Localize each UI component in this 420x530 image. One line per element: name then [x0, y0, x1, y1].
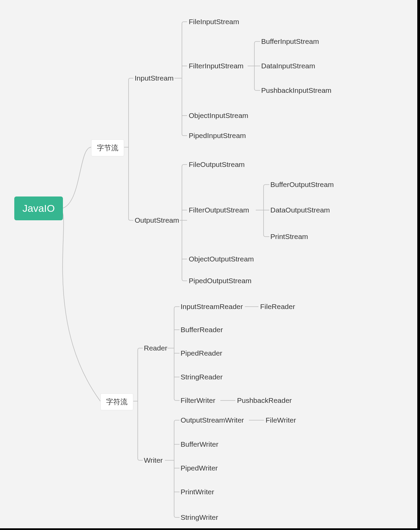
node-stringreader[interactable]: StringReader — [181, 373, 223, 381]
node-writer[interactable]: Writer — [144, 456, 163, 464]
node-filteroutputstream[interactable]: FilterOutputStream — [189, 206, 249, 214]
node-printwriter[interactable]: PrintWriter — [181, 488, 214, 496]
root-label: JavaIO — [22, 203, 55, 214]
connectors — [0, 0, 420, 530]
node-datainputstream[interactable]: DataInputStream — [261, 62, 315, 70]
node-stringwriter[interactable]: StringWriter — [181, 513, 218, 522]
node-outputstream[interactable]: OutputStream — [135, 216, 179, 224]
node-objectoutputstream[interactable]: ObjectOutputStream — [189, 255, 254, 263]
node-fileinputstream[interactable]: FileInputStream — [189, 18, 239, 26]
node-printstream[interactable]: PrintStream — [270, 233, 308, 241]
node-outputstreamwriter[interactable]: OutputStreamWriter — [181, 416, 244, 424]
node-dataoutputstream[interactable]: DataOutputStream — [270, 206, 330, 214]
node-inputstreamreader[interactable]: InputStreamReader — [181, 303, 243, 311]
node-filterwriter[interactable]: FilterWriter — [181, 396, 215, 405]
node-pipedwriter[interactable]: PipedWriter — [181, 464, 218, 472]
node-bufferinputstream[interactable]: BufferInputStream — [261, 37, 319, 46]
node-bufferreader[interactable]: BufferReader — [181, 326, 223, 334]
node-pipedreader[interactable]: PipedReader — [181, 349, 222, 357]
root-node-javaio[interactable]: JavaIO — [14, 196, 63, 220]
node-filewriter[interactable]: FileWriter — [266, 416, 296, 424]
byte-stream-label: 字节流 — [97, 144, 118, 152]
node-char-stream[interactable]: 字符流 — [100, 393, 133, 410]
node-pipedoutputstream[interactable]: PipedOutputStream — [189, 277, 251, 285]
char-stream-label: 字符流 — [106, 398, 128, 406]
node-pipedinputstream[interactable]: PipedInputStream — [189, 132, 246, 140]
node-reader[interactable]: Reader — [144, 344, 167, 352]
node-bufferwriter[interactable]: BufferWriter — [181, 440, 218, 448]
node-filterinputstream[interactable]: FilterInputStream — [189, 62, 243, 70]
node-filereader[interactable]: FileReader — [260, 303, 295, 311]
node-fileoutputstream[interactable]: FileOutputStream — [189, 160, 245, 169]
node-pushbackinputstream[interactable]: PushbackInputStream — [261, 86, 332, 95]
node-pushbackreader[interactable]: PushbackReader — [237, 396, 292, 405]
node-inputstream[interactable]: InputStream — [135, 74, 173, 82]
node-objectinputstream[interactable]: ObjectInputStream — [189, 112, 248, 120]
node-bufferoutputstream[interactable]: BufferOutputStream — [270, 181, 334, 189]
node-byte-stream[interactable]: 字节流 — [91, 139, 124, 156]
